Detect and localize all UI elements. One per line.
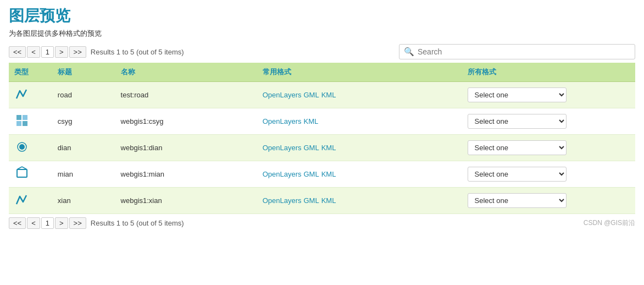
format-link-gml[interactable]: GML <box>304 91 319 99</box>
cell-common-formats: OpenLayersGMLKML <box>257 188 462 214</box>
pagination-bottom: << < 1 > >> Results 1 to 5 (out of 5 ite… <box>9 217 184 229</box>
page-title: 图层预览 <box>9 6 635 26</box>
cell-title: xian <box>52 188 115 214</box>
table-row: xianwebgis1:xianOpenLayersGMLKMLSelect o… <box>9 188 635 214</box>
cell-type-icon <box>9 161 52 188</box>
prev-page-button[interactable]: < <box>27 46 40 58</box>
results-text-top: Results 1 to 5 (out of 5 items) <box>91 48 184 56</box>
cell-name: webgis1:mian <box>115 161 257 188</box>
header-common-formats: 常用格式 <box>257 63 462 82</box>
svg-rect-2 <box>16 121 21 126</box>
cell-title: mian <box>52 161 115 188</box>
next-page-button-bottom[interactable]: > <box>55 217 68 229</box>
cell-name: webgis1:dian <box>115 135 257 161</box>
last-page-button[interactable]: >> <box>69 46 86 58</box>
layer-table: 类型 标题 名称 常用格式 所有格式 roadtest:roadOpenLaye… <box>9 63 635 214</box>
format-link-kml[interactable]: KML <box>321 170 336 178</box>
header-name: 名称 <box>115 63 257 82</box>
pagination-top: << < 1 > >> Results 1 to 5 (out of 5 ite… <box>9 46 184 58</box>
page-subtitle: 为各图层提供多种格式的预览 <box>9 29 635 39</box>
first-page-button[interactable]: << <box>9 46 26 58</box>
table-row: mianwebgis1:mianOpenLayersGMLKMLSelect o… <box>9 161 635 188</box>
footer-bar: << < 1 > >> Results 1 to 5 (out of 5 ite… <box>9 217 635 229</box>
format-link-gml[interactable]: GML <box>304 170 319 178</box>
prev-page-button-bottom[interactable]: < <box>27 217 40 229</box>
format-link-openlayers[interactable]: OpenLayers <box>263 144 302 152</box>
table-header-row: 类型 标题 名称 常用格式 所有格式 <box>9 63 635 82</box>
table-row: csygwebgis1:csygOpenLayersKMLSelect one <box>9 108 635 135</box>
cell-title: csyg <box>52 108 115 135</box>
format-link-kml[interactable]: KML <box>321 91 336 99</box>
all-formats-select[interactable]: Select one <box>468 193 567 208</box>
cell-all-formats: Select one <box>462 82 636 108</box>
results-text-bottom: Results 1 to 5 (out of 5 items) <box>91 219 184 227</box>
format-link-openlayers[interactable]: OpenLayers <box>263 91 302 99</box>
watermark: CSDN @GIS前沿 <box>584 218 635 228</box>
cell-title: dian <box>52 135 115 161</box>
svg-rect-3 <box>23 121 27 126</box>
cell-common-formats: OpenLayersGMLKML <box>257 161 462 188</box>
cell-all-formats: Select one <box>462 108 636 135</box>
format-link-kml[interactable]: KML <box>321 196 336 205</box>
format-link-openlayers[interactable]: OpenLayers <box>263 117 302 125</box>
format-link-gml[interactable]: GML <box>304 144 319 152</box>
format-link-gml[interactable]: GML <box>304 196 319 205</box>
format-link-openlayers[interactable]: OpenLayers <box>263 170 302 178</box>
cell-type-icon <box>9 188 52 214</box>
pagination-controls-top: << < 1 > >> <box>9 46 86 58</box>
format-link-kml[interactable]: KML <box>304 117 319 125</box>
header-title: 标题 <box>52 63 115 82</box>
cell-type-icon <box>9 135 52 161</box>
all-formats-select[interactable]: Select one <box>468 140 567 155</box>
cell-type-icon <box>9 108 52 135</box>
pagination-controls-bottom: << < 1 > >> <box>9 217 86 229</box>
all-formats-select[interactable]: Select one <box>468 114 567 129</box>
current-page: 1 <box>41 46 54 58</box>
cell-name: webgis1:csyg <box>115 108 257 135</box>
format-link-kml[interactable]: KML <box>321 144 336 152</box>
table-row: dianwebgis1:dianOpenLayersGMLKMLSelect o… <box>9 135 635 161</box>
cell-common-formats: OpenLayersGMLKML <box>257 82 462 108</box>
cell-name: webgis1:xian <box>115 188 257 214</box>
first-page-button-bottom[interactable]: << <box>9 217 26 229</box>
header-all-formats: 所有格式 <box>462 63 636 82</box>
cell-all-formats: Select one <box>462 135 636 161</box>
search-icon: 🔍 <box>404 47 414 57</box>
cell-all-formats: Select one <box>462 188 636 214</box>
cell-all-formats: Select one <box>462 161 636 188</box>
svg-rect-0 <box>16 115 21 120</box>
header-type: 类型 <box>9 63 52 82</box>
last-page-button-bottom[interactable]: >> <box>69 217 86 229</box>
table-row: roadtest:roadOpenLayersGMLKMLSelect one <box>9 82 635 108</box>
svg-rect-6 <box>17 169 27 177</box>
next-page-button[interactable]: > <box>55 46 68 58</box>
cell-name: test:road <box>115 82 257 108</box>
search-box: 🔍 <box>399 44 635 59</box>
toolbar: << < 1 > >> Results 1 to 5 (out of 5 ite… <box>9 44 635 59</box>
all-formats-select[interactable]: Select one <box>468 167 567 182</box>
cell-title: road <box>52 82 115 108</box>
current-page-bottom: 1 <box>41 217 54 229</box>
svg-point-4 <box>19 144 25 150</box>
cell-common-formats: OpenLayersGMLKML <box>257 135 462 161</box>
cell-type-icon <box>9 82 52 108</box>
all-formats-select[interactable]: Select one <box>468 87 567 102</box>
svg-rect-1 <box>23 115 27 120</box>
search-input[interactable] <box>418 47 630 56</box>
format-link-openlayers[interactable]: OpenLayers <box>263 196 302 205</box>
cell-common-formats: OpenLayersKML <box>257 108 462 135</box>
